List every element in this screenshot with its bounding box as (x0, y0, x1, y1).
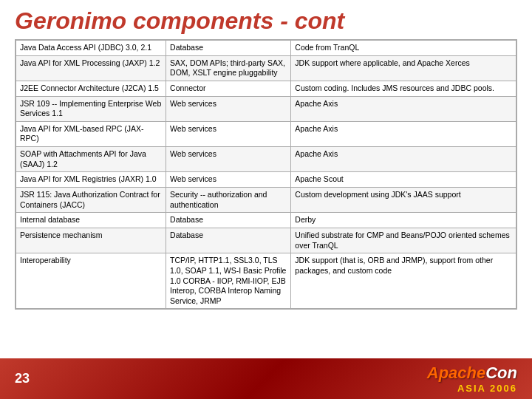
table-cell-implementation: Unified substrate for CMP and Beans/POJO… (291, 228, 516, 253)
table-cell-category: Connector (166, 81, 291, 96)
table-cell-category: Web services (166, 121, 291, 146)
con-text: Con (485, 364, 517, 382)
table-cell-component: Internal database (16, 213, 166, 228)
table-cell-category: Web services (166, 147, 291, 172)
page-number: 23 (15, 371, 30, 386)
table-row: Java API for XML Processing (JAXP) 1.2SA… (16, 55, 516, 81)
table-cell-implementation: Apache Scout (291, 172, 516, 188)
table-cell-category: Security -- authorization and authentica… (166, 188, 291, 213)
table-cell-component: JSR 115: Java Authorization Contract for… (16, 188, 166, 213)
components-table: Java Data Access API (JDBC) 3.0, 2.1Data… (16, 40, 516, 309)
table-row: JSR 115: Java Authorization Contract for… (16, 188, 516, 213)
table-cell-component: J2EE Connector Architecture (J2CA) 1.5 (16, 81, 166, 96)
table-row: SOAP with Attachments API for Java (SAAJ… (16, 147, 516, 172)
table-cell-component: Java API for XML-based RPC (JAX-RPC) (16, 121, 166, 146)
table-cell-category: Database (166, 228, 291, 253)
apache-text: Apache (427, 364, 485, 382)
table-row: Persistence mechanismDatabaseUnified sub… (16, 228, 516, 253)
table-cell-component: SOAP with Attachments API for Java (SAAJ… (16, 147, 166, 172)
table-row: Java Data Access API (JDBC) 3.0, 2.1Data… (16, 41, 516, 56)
table-row: InteroperabilityTCP/IP, HTTP1.1, SSL3.0,… (16, 253, 516, 309)
table-cell-implementation: Code from TranQL (291, 41, 516, 56)
apache-con-logo: ApacheCon ASIA 2006 (427, 364, 517, 394)
table-cell-component: JSR 109 -- Implementing Enterprise Web S… (16, 96, 166, 121)
footer: 23 ApacheCon ASIA 2006 (0, 358, 532, 399)
table-row: J2EE Connector Architecture (J2CA) 1.5Co… (16, 81, 516, 96)
table-cell-category: TCP/IP, HTTP1.1, SSL3.0, TLS 1.0, SOAP 1… (166, 253, 291, 309)
table-cell-category: Web services (166, 96, 291, 121)
table-cell-component: Java API for XML Registries (JAXR) 1.0 (16, 172, 166, 188)
table-cell-component: Java Data Access API (JDBC) 3.0, 2.1 (16, 41, 166, 56)
page-title: Geronimo components - cont (0, 0, 532, 39)
table-cell-category: Web services (166, 172, 291, 188)
table-container: Java Data Access API (JDBC) 3.0, 2.1Data… (15, 39, 517, 310)
table-cell-implementation: Apache Axis (291, 121, 516, 146)
table-cell-implementation: Apache Axis (291, 147, 516, 172)
table-cell-implementation: Derby (291, 213, 516, 228)
table-cell-implementation: Apache Axis (291, 96, 516, 121)
table-row: Java API for XML-based RPC (JAX-RPC)Web … (16, 121, 516, 146)
table-cell-implementation: Custom coding. Includes JMS resources an… (291, 81, 516, 96)
table-cell-component: Java API for XML Processing (JAXP) 1.2 (16, 55, 166, 81)
table-row: JSR 109 -- Implementing Enterprise Web S… (16, 96, 516, 121)
table-cell-component: Interoperability (16, 253, 166, 309)
table-cell-category: Database (166, 213, 291, 228)
table-cell-category: Database (166, 41, 291, 56)
apache-con-text: ApacheCon (427, 364, 517, 383)
table-cell-implementation: JDK support where applicable, and Apache… (291, 55, 516, 81)
table-cell-implementation: Custom development using JDK's JAAS supp… (291, 188, 516, 213)
table-cell-category: SAX, DOM APIs; third-party SAX, DOM, XSL… (166, 55, 291, 81)
asia-year-text: ASIA 2006 (457, 383, 517, 394)
table-cell-component: Persistence mechanism (16, 228, 166, 253)
table-row: Java API for XML Registries (JAXR) 1.0We… (16, 172, 516, 188)
table-cell-implementation: JDK support (that is, ORB and JRMP), sup… (291, 253, 516, 309)
table-row: Internal databaseDatabaseDerby (16, 213, 516, 228)
